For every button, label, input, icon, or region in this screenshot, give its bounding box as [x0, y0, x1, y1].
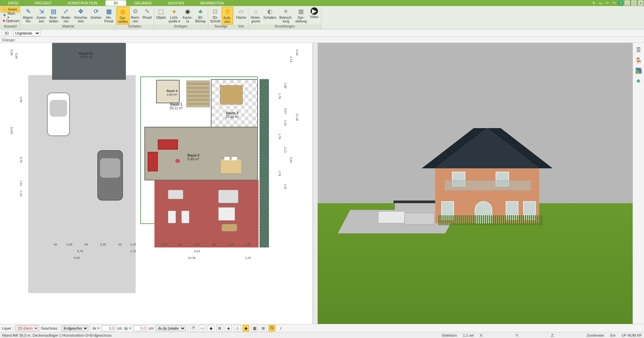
move-icon: ✥: [77, 7, 85, 15]
assign-icon: ⇲: [37, 7, 45, 15]
edit-icon: ▤: [50, 7, 58, 15]
darstellen-button[interactable]: ◍Dar- stellen: [117, 7, 130, 24]
select-icon: ▭: [2, 7, 7, 12]
verschieben-button[interactable]: ✥Verschie- ben: [73, 7, 89, 24]
lichtquelle-button[interactable]: ●Licht- quelle ▾: [167, 7, 181, 24]
shadow-show-icon: ◍: [119, 8, 127, 16]
brush-bg-icon: ▦: [105, 7, 113, 15]
kamera-button[interactable]: ◉Kame- ra: [181, 7, 194, 24]
group-info-label: Info: [234, 24, 248, 29]
zuweisen-button[interactable]: ⇲Zuwei- sen: [35, 7, 48, 24]
objekt-button[interactable]: ⬚Objekt: [155, 7, 167, 20]
2d-scrollbar[interactable]: [313, 43, 318, 324]
group-einfuegen-label: Einfügen: [154, 24, 208, 29]
dropper-icon: ✎: [24, 7, 32, 15]
layers-icon[interactable]: ≣: [635, 46, 642, 54]
relativ-select[interactable]: dx,dy (relativ ka: [155, 325, 186, 331]
schatten-settings-button[interactable]: ◐Schatten: [262, 7, 278, 20]
scale-icon: ⤢: [62, 7, 70, 15]
optionen-button[interactable]: ✚Optionen: [1, 18, 20, 24]
video-button[interactable]: ▶Video: [308, 7, 320, 19]
dx-input[interactable]: [102, 325, 115, 331]
grid2-icon[interactable]: ⊞: [260, 325, 267, 332]
side-tool-panel: ≣ 🪑 ♣: [633, 43, 644, 324]
hintergrund-button[interactable]: ⌂Hinter- grund: [249, 7, 262, 24]
geschoss-select[interactable]: Erdgeschoss: [61, 325, 88, 331]
menu-3d[interactable]: 3D: [105, 0, 126, 6]
abgreifen-button[interactable]: ✎Abgrei- fen: [21, 7, 35, 24]
menu-sichten[interactable]: SICHTEN: [160, 0, 192, 6]
flaeche-button[interactable]: ▱Fläche: [235, 7, 247, 20]
status-ein: Ein: [610, 333, 616, 337]
layer-select[interactable]: 2D-Element: [15, 325, 39, 331]
status-left: Wand AW 36,5 m. Deckenauflager L=Konstru…: [2, 333, 111, 337]
screen-icon[interactable]: ▭: [199, 325, 205, 332]
pinsel-button[interactable]: ✎Pinsel: [141, 7, 153, 20]
dy-input[interactable]: [133, 325, 147, 331]
status-unit: Zentimeter: [587, 333, 604, 337]
object-icon: ⬚: [157, 7, 165, 15]
tree-icon: ♣: [196, 7, 204, 15]
rechnen-button[interactable]: ⚙Rech- nen: [130, 7, 141, 24]
kollision-button[interactable]: ⚲Kolli- sion: [222, 7, 233, 24]
layer-label: Layer :: [2, 326, 13, 330]
3d-schnitt-button[interactable]: ⊡3D- Schnitt: [209, 7, 222, 24]
status-bar: Wand AW 36,5 m. Deckenauflager L=Konstru…: [0, 332, 644, 338]
menu-gelaende[interactable]: GELÄNDE: [126, 0, 160, 6]
snap1-icon[interactable]: ◆: [208, 325, 214, 332]
grid-icon[interactable]: ▦: [251, 325, 258, 332]
compute-icon: ⚙: [131, 7, 139, 15]
3d-render-view[interactable]: [318, 43, 633, 324]
menu-projekt[interactable]: PROJEKT: [27, 0, 60, 6]
maximize-icon[interactable]: □: [631, 0, 637, 6]
snap5-icon[interactable]: ◆: [242, 325, 249, 332]
group-auswahl-label: Auswahl: [0, 24, 20, 29]
clock-icon[interactable]: ⏱: [190, 325, 197, 332]
redo-icon[interactable]: ↷: [611, 0, 616, 6]
collision-icon: ⚲: [223, 8, 231, 16]
drehen-button[interactable]: ⟳Drehen: [89, 7, 103, 20]
minimize-icon[interactable]: _: [625, 0, 630, 6]
pencil-icon[interactable]: ✎: [591, 0, 596, 6]
light-icon: ●: [170, 7, 178, 15]
menu-datei[interactable]: DATEI: [0, 0, 27, 6]
group-sonstige-label: Sonstige: [208, 24, 234, 29]
darstellung-button[interactable]: ▦Dar- stellung: [294, 7, 308, 24]
dx-unit: cm: [117, 326, 122, 330]
skalieren-button[interactable]: ⤢Skalie- ren: [60, 7, 73, 24]
ruler-icon[interactable]: ▭: [598, 0, 603, 6]
display-icon: ▦: [297, 7, 305, 15]
close-icon[interactable]: ×: [638, 0, 643, 6]
rotate-icon: ⟳: [92, 7, 100, 15]
help-icon[interactable]: ?: [618, 0, 623, 6]
bg-icon: ⌂: [251, 7, 260, 15]
hin-pinsel-button[interactable]: ▦Hin. Pinsel: [103, 7, 115, 24]
mark-button[interactable]: ✥Mark. ▾: [1, 12, 20, 18]
2d-floorplan-view[interactable]: Raum 2138,93 m² Raum 42,89 m² Raum 120,1…: [0, 43, 313, 324]
3d-bitmap-button[interactable]: ♣3D- Bitmap: [194, 7, 207, 24]
group-schatten-label: Schatten: [116, 24, 154, 29]
snap4-icon[interactable]: ◇: [234, 325, 240, 332]
dy-unit: cm: [149, 326, 154, 330]
sub-toolbar: 3D Urgelände: [0, 30, 644, 37]
lighting-icon: ☀: [282, 7, 290, 15]
bearbeiten-button[interactable]: ▤Bear- beiten: [48, 7, 59, 24]
menu-konstruktion[interactable]: KONSTRUKTION: [60, 0, 105, 6]
status-numlock: UF NUM RF: [622, 333, 642, 337]
input-bar: Layer : 2D-Element Geschoss : Erdgeschos…: [0, 324, 644, 332]
menu-bar: DATEI PROJEKT KONSTRUKTION 3D GELÄNDE SI…: [0, 0, 644, 6]
dialoge-bar: Dialoge:: [0, 37, 644, 43]
info-icon[interactable]: i: [277, 325, 284, 332]
menu-bearbeiten[interactable]: BEARBEITEN: [192, 0, 232, 6]
snap2-icon[interactable]: ⊞: [216, 325, 223, 332]
beleuchtung-button[interactable]: ☀Beleuch- tung: [278, 7, 294, 24]
palette-icon[interactable]: [636, 68, 642, 74]
tree-side-icon[interactable]: ♣: [635, 77, 642, 84]
north-icon[interactable]: Ⓝ: [269, 325, 275, 332]
snap3-icon[interactable]: ◈: [225, 325, 232, 332]
terrain-dropdown[interactable]: Urgelände: [13, 30, 40, 36]
undo-icon[interactable]: ↶: [604, 0, 610, 6]
armchair-icon[interactable]: 🪑: [635, 57, 642, 64]
view-3d-label: 3D: [2, 31, 11, 36]
dx-label: dx =: [93, 326, 100, 330]
